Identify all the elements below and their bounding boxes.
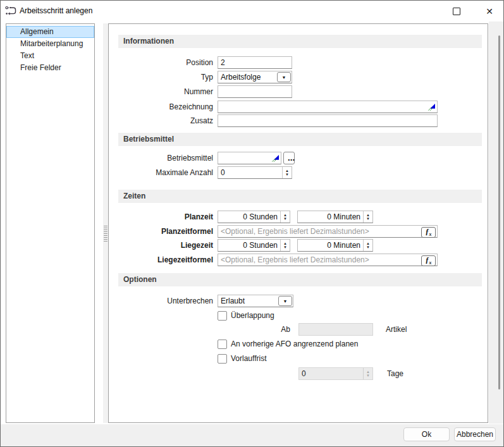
chevron-down-icon: ▼: [282, 75, 286, 80]
nummer-input[interactable]: [218, 86, 292, 97]
spin-down-icon: ▼: [283, 246, 287, 249]
ab-field: [298, 323, 373, 336]
formula-fx-button[interactable]: ƒx: [421, 255, 436, 266]
vorlauffrist-checkbox-row[interactable]: Vorlauffrist: [218, 353, 266, 364]
nummer-field: [218, 85, 292, 98]
formula-fx-button[interactable]: ƒx: [421, 227, 436, 238]
sidebar-item-label: Freie Felder: [20, 63, 61, 72]
vorlauffrist-label: Vorlauffrist: [231, 354, 266, 363]
bezeichnung-input[interactable]: [218, 101, 437, 113]
planzeit-stunden-input[interactable]: [218, 211, 280, 223]
spin-down-icon: ▼: [285, 173, 289, 176]
sidebar-item-label: Mitarbeiterplanung: [20, 39, 83, 48]
fx-sub: x: [429, 260, 432, 266]
betriebsmittel-browse-button[interactable]: ...: [283, 152, 295, 164]
label-typ: Typ: [118, 71, 213, 83]
spin-down-icon: ▼: [366, 246, 370, 249]
planzeit-minuten-input[interactable]: [298, 211, 363, 223]
sidebar-item-label: Allgemein: [20, 27, 54, 36]
ok-button[interactable]: Ok: [403, 427, 450, 441]
afo-checkbox-row[interactable]: An vorherige AFO angrenzend planen: [218, 339, 358, 349]
ab-input: [299, 324, 372, 335]
spin-down-icon: ▼: [283, 217, 287, 221]
label-betriebsmittel: Betriebsmittel: [118, 152, 213, 164]
sidebar-item-freie-felder[interactable]: Freie Felder: [6, 62, 94, 74]
maximale-anzahl-input[interactable]: [218, 167, 282, 178]
cancel-button[interactable]: Abbrechen: [454, 427, 496, 441]
label-planzeit: Planzeit: [118, 211, 213, 223]
window-title: Arbeitsschritt anlegen: [20, 6, 92, 15]
section-header-betriebsmittel: Betriebsmittel: [118, 133, 482, 146]
zoom-arrow-icon[interactable]: [272, 155, 279, 162]
section-header-informationen: Informationen: [118, 35, 482, 48]
ueberlappung-checkbox-row[interactable]: Überlappung: [218, 310, 274, 321]
close-icon: ✕: [486, 7, 493, 16]
label-ab: Ab: [218, 323, 290, 336]
afo-checkbox[interactable]: [218, 340, 227, 349]
betriebsmittel-field: [218, 152, 281, 164]
sidebar-item-label: Text: [20, 51, 34, 60]
planzeit-stunden-spinner: ▲▼: [218, 211, 290, 223]
maximize-button[interactable]: [447, 4, 466, 19]
label-position: Position: [118, 56, 213, 69]
label-unterbrechen: Unterbrechen: [118, 295, 213, 307]
spinner-buttons: ▲▼: [363, 368, 372, 379]
sidebar-item-text[interactable]: Text: [6, 50, 94, 62]
zusatz-field: [218, 114, 438, 127]
spin-up-icon: ▲: [366, 214, 370, 217]
unterbrechen-value: [218, 295, 278, 307]
footer-bar: Ok Abbrechen: [1, 424, 504, 447]
spinner-buttons[interactable]: ▲▼: [363, 240, 372, 251]
chevron-down-icon: ▼: [283, 299, 288, 303]
title-bar: Arbeitsschritt anlegen ✕: [1, 1, 503, 21]
liegezeitformel-input[interactable]: [218, 254, 437, 266]
spin-up-icon: ▲: [283, 242, 287, 245]
category-list: Allgemein Mitarbeiterplanung Text Freie …: [6, 23, 95, 423]
tage-suffix-label: Tage: [387, 367, 403, 380]
vertical-scrollbar[interactable]: [498, 35, 500, 389]
splitter[interactable]: [103, 23, 108, 423]
spin-down-icon: ▼: [366, 217, 370, 221]
afo-label: An vorherige AFO angrenzend planen: [231, 340, 358, 348]
liegezeit-stunden-spinner: ▲▼: [218, 239, 290, 252]
vorlauffrist-checkbox[interactable]: [218, 354, 227, 364]
planzeitformel-field: ƒx: [218, 225, 438, 238]
label-planzeitformel: Planzeitformel: [118, 225, 213, 238]
label-liegezeit: Liegezeit: [118, 239, 213, 252]
dialog-arbeitsschritt-anlegen: Arbeitsschritt anlegen ✕ Allgemein Mitar…: [0, 0, 504, 447]
label-nummer: Nummer: [118, 85, 213, 98]
ueberlappung-checkbox[interactable]: [218, 311, 227, 321]
sidebar-item-mitarbeiterplanung[interactable]: Mitarbeiterplanung: [6, 38, 94, 50]
typ-dropdown[interactable]: ▼: [218, 71, 292, 83]
spinner-buttons[interactable]: ▲▼: [280, 240, 290, 251]
label-bezeichnung: Bezeichnung: [118, 101, 213, 113]
liegezeitformel-field: ƒx: [218, 254, 438, 266]
spinner-buttons[interactable]: ▲▼: [282, 167, 292, 178]
close-button[interactable]: ✕: [480, 4, 499, 19]
tage-spinner: ▲▼: [298, 367, 373, 380]
zusatz-input[interactable]: [218, 115, 437, 126]
spinner-buttons[interactable]: ▲▼: [280, 211, 290, 223]
zoom-arrow-icon[interactable]: [428, 104, 435, 111]
planzeitformel-input[interactable]: [218, 226, 437, 237]
maximale-anzahl-spinner: ▲▼: [218, 166, 292, 179]
fx-sub: x: [429, 231, 432, 237]
app-icon: [5, 6, 17, 16]
spin-up-icon: ▲: [285, 169, 289, 173]
tage-input: [299, 368, 363, 379]
splitter-grip-icon: [104, 226, 108, 242]
typ-dropdown-button[interactable]: ▼: [277, 72, 291, 82]
section-header-optionen: Optionen: [118, 273, 482, 286]
label-zusatz: Zusatz: [118, 114, 213, 127]
position-input[interactable]: [218, 57, 292, 68]
liegezeit-minuten-spinner: ▲▼: [297, 239, 373, 252]
unterbrechen-dropdown-button[interactable]: ▼: [278, 296, 292, 306]
unterbrechen-dropdown[interactable]: ▼: [218, 295, 293, 307]
spinner-buttons[interactable]: ▲▼: [363, 211, 372, 223]
liegezeit-minuten-input[interactable]: [298, 240, 363, 251]
planzeit-minuten-spinner: ▲▼: [297, 211, 373, 223]
liegezeit-stunden-input[interactable]: [218, 240, 280, 251]
spin-up-icon: ▲: [283, 214, 287, 217]
sidebar-item-allgemein[interactable]: Allgemein: [6, 26, 94, 38]
position-field: [218, 56, 292, 69]
